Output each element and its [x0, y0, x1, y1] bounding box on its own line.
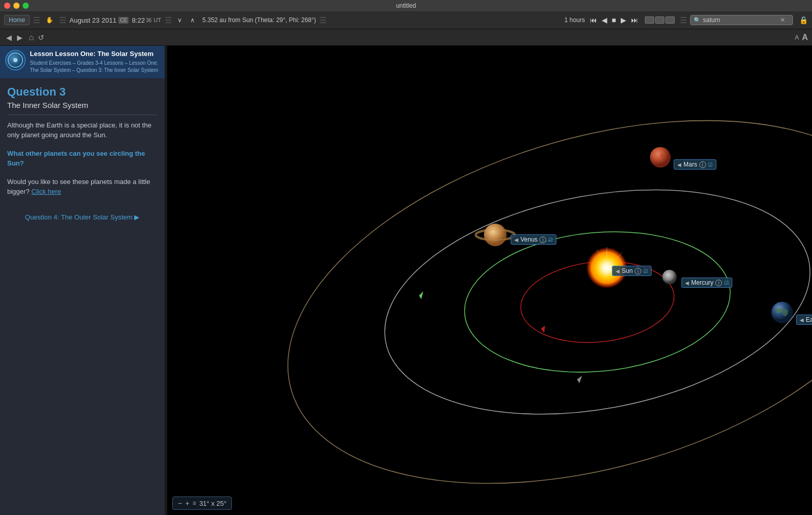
next-question-link[interactable]: Question 4: The Outer Solar System ▶	[25, 213, 140, 221]
lesson-icon	[5, 50, 26, 70]
mercury-info-icon[interactable]: i	[715, 280, 722, 286]
venus-info-icon[interactable]: i	[539, 236, 546, 243]
sun-label-arrow: ◀	[616, 268, 620, 274]
hours-label: 1 hours	[565, 16, 585, 24]
svg-point-17	[368, 158, 812, 446]
zoom-in-button[interactable]: +	[185, 499, 189, 507]
window-title: untitled	[396, 2, 416, 9]
venus-check-icon[interactable]: ☑	[548, 237, 553, 243]
mars-body	[649, 146, 671, 170]
venus-label-arrow: ◀	[514, 237, 518, 243]
date-value: August 23	[69, 16, 100, 24]
space-view[interactable]: ◀ Sun i ☑ ◀ Mercury i ☑	[167, 46, 812, 515]
question-title: The Inner Solar System	[7, 101, 157, 115]
toolbar-separator-3: ☰	[165, 15, 172, 25]
question-body: Although the Earth is a special place, i…	[7, 120, 157, 140]
font-size-controls[interactable]: A A	[795, 33, 808, 42]
font-small-label[interactable]: A	[795, 34, 799, 41]
toolbar-separator-5: ☰	[680, 15, 687, 25]
ut-badge: UT	[154, 17, 161, 23]
svg-point-34	[771, 302, 793, 323]
sidebar: Lesson Lesson One: The Solar System Stud…	[0, 46, 165, 515]
zoom-out-button[interactable]: −	[178, 499, 182, 507]
main-area: Lesson Lesson One: The Solar System Stud…	[0, 46, 812, 515]
nav-forward-button[interactable]: ▶	[15, 32, 25, 43]
nav-arrows[interactable]: ◀ ▶	[4, 32, 25, 43]
lesson-title-area: Lesson Lesson One: The Solar System Stud…	[30, 50, 159, 74]
svg-marker-18	[577, 376, 582, 383]
time-display: 8:22 36 UT	[132, 16, 161, 24]
home-button[interactable]: Home	[4, 15, 30, 25]
playback-prev-button[interactable]: ◀	[600, 15, 609, 25]
mars-label-arrow: ◀	[677, 162, 681, 168]
date-display: August 23 2011 CE	[69, 16, 129, 24]
font-large-label[interactable]: A	[802, 33, 808, 42]
view-mode-buttons[interactable]	[645, 16, 675, 24]
nav-refresh-button[interactable]: ↺	[38, 33, 44, 42]
svg-marker-22	[541, 325, 545, 333]
mars-name: Mars	[683, 161, 697, 168]
close-button[interactable]	[4, 3, 10, 9]
speed-down-icon[interactable]: ∨	[175, 15, 185, 25]
svg-point-30	[484, 224, 507, 246]
mercury-check-icon[interactable]: ☑	[724, 280, 729, 286]
earth-body	[771, 301, 794, 326]
nav-bar: ◀ ▶ ⌂ ↺ A A	[0, 29, 812, 46]
sidebar-content: Question 3 The Inner Solar System Althou…	[0, 78, 165, 515]
lesson-header: Lesson Lesson One: The Solar System Stud…	[0, 46, 165, 78]
question-prompt: What other planets can you see circling …	[7, 149, 157, 169]
playback-controls[interactable]: ⏮ ◀ ■ ▶ ⏭	[588, 15, 640, 25]
lesson-icon-ring	[8, 52, 23, 68]
svg-point-28	[662, 270, 677, 284]
mars-check-icon[interactable]: ☑	[708, 162, 713, 168]
sun-name: Sun	[622, 267, 633, 274]
title-bar: untitled	[0, 0, 812, 11]
zoom-level: 31° x 25°	[199, 500, 226, 507]
earth-label: ◀ Earth i ☑	[796, 315, 812, 325]
time-value: 8:22	[132, 16, 145, 24]
position-info: 5.352 au from Sun (Theta: 29°, Phi: 268°…	[203, 16, 316, 24]
toolbar-hand-icon[interactable]: ✋	[43, 15, 56, 25]
sun-label: ◀ Sun i ☑	[612, 266, 652, 276]
lesson-icon-dot	[13, 58, 17, 62]
lesson-breadcrumb: Student Exercises – Grades 3-4 Lessons –…	[30, 60, 159, 74]
window-controls[interactable]	[4, 3, 29, 9]
question-number: Question 3	[7, 85, 157, 99]
lock-icon: 🔒	[799, 16, 808, 24]
nav-back-button[interactable]: ◀	[4, 32, 14, 43]
mars-info-icon[interactable]: i	[699, 161, 706, 168]
view-options-icon[interactable]: ≡	[192, 500, 196, 507]
nav-home-button[interactable]: ⌂	[29, 33, 34, 42]
toolbar-separator-2: ☰	[59, 15, 66, 25]
mercury-label-arrow: ◀	[685, 280, 689, 286]
venus-label: ◀ Venus i ☑	[511, 234, 556, 245]
question-followup: Would you like to see these planets made…	[7, 177, 157, 197]
svg-point-32	[650, 147, 671, 168]
ce-badge: CE	[118, 17, 129, 24]
sun-check-icon[interactable]: ☑	[643, 268, 648, 274]
followup-text: Would you like to see these planets made…	[7, 178, 150, 196]
playback-end-button[interactable]: ⏭	[629, 15, 640, 25]
minimize-button[interactable]	[13, 3, 20, 9]
toolbar-separator-1: ☰	[33, 15, 40, 25]
playback-next-button[interactable]: ▶	[619, 15, 628, 25]
playback-start-button[interactable]: ⏮	[588, 15, 599, 25]
mercury-label: ◀ Mercury i ☑	[681, 278, 732, 288]
year-value: 2011	[102, 16, 117, 24]
search-box[interactable]: 🔍 ✕	[690, 15, 793, 25]
search-input[interactable]	[703, 16, 780, 24]
click-here-link[interactable]: Click here	[31, 188, 61, 195]
view-mode-2[interactable]	[655, 16, 664, 24]
search-clear-button[interactable]: ✕	[780, 16, 785, 24]
venus-body	[475, 215, 516, 253]
view-mode-1[interactable]	[645, 16, 654, 24]
earth-label-arrow: ◀	[800, 317, 804, 323]
maximize-button[interactable]	[23, 3, 29, 9]
sun-info-icon[interactable]: i	[635, 268, 641, 274]
next-question-section: Question 4: The Outer Solar System ▶	[7, 212, 157, 222]
svg-marker-20	[419, 291, 423, 300]
playback-stop-button[interactable]: ■	[610, 15, 618, 25]
speed-up-icon[interactable]: ∧	[188, 15, 197, 25]
seconds-value: 36	[146, 17, 152, 23]
view-mode-3[interactable]	[665, 16, 675, 24]
